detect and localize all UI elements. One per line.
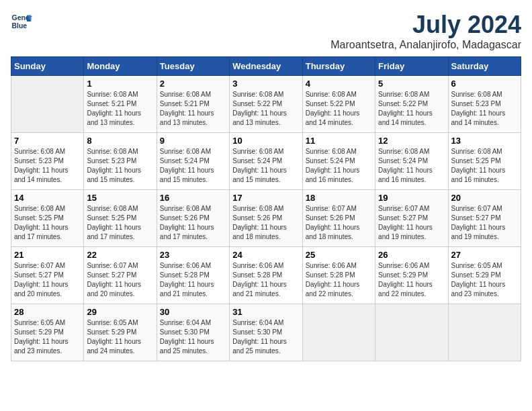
sunset-text: Sunset: 5:23 PM (87, 156, 153, 166)
sunrise-text: Sunrise: 6:08 AM (14, 204, 81, 214)
day-number: 10 (232, 136, 299, 146)
day-number: 16 (160, 193, 226, 203)
day-number: 13 (451, 136, 518, 146)
day-info: Sunrise: 6:08 AM Sunset: 5:22 PM Dayligh… (232, 90, 299, 128)
day-info: Sunrise: 6:06 AM Sunset: 5:28 PM Dayligh… (160, 261, 226, 299)
sunrise-text: Sunrise: 6:07 AM (451, 204, 518, 214)
sunrise-text: Sunrise: 6:08 AM (232, 147, 299, 156)
calendar-cell (375, 304, 448, 361)
daylight-text: Daylight: 11 hours and 14 minutes. (306, 109, 372, 128)
calendar-cell: 2 Sunrise: 6:08 AM Sunset: 5:21 PM Dayli… (157, 76, 229, 133)
sunrise-text: Sunrise: 6:08 AM (232, 204, 299, 214)
sunset-text: Sunset: 5:21 PM (87, 99, 153, 109)
sunset-text: Sunset: 5:30 PM (232, 328, 299, 337)
daylight-text: Daylight: 11 hours and 22 minutes. (378, 280, 445, 299)
sunrise-text: Sunrise: 6:04 AM (160, 318, 226, 328)
sunset-text: Sunset: 5:25 PM (87, 214, 153, 223)
day-number: 5 (378, 79, 445, 89)
day-number: 23 (160, 250, 226, 260)
sunset-text: Sunset: 5:28 PM (232, 271, 299, 280)
calendar-cell: 13 Sunrise: 6:08 AM Sunset: 5:25 PM Dayl… (448, 133, 521, 190)
day-info: Sunrise: 6:08 AM Sunset: 5:21 PM Dayligh… (160, 90, 226, 128)
sunset-text: Sunset: 5:22 PM (232, 99, 299, 109)
sunrise-text: Sunrise: 6:08 AM (87, 204, 153, 214)
sunrise-text: Sunrise: 6:06 AM (232, 261, 299, 271)
day-number: 18 (306, 193, 372, 203)
sunset-text: Sunset: 5:27 PM (87, 271, 153, 280)
calendar-cell: 23 Sunrise: 6:06 AM Sunset: 5:28 PM Dayl… (157, 247, 229, 304)
day-number: 27 (451, 250, 518, 260)
weekday-header: Wednesday (230, 57, 302, 76)
calendar-cell: 14 Sunrise: 6:08 AM Sunset: 5:25 PM Dayl… (11, 190, 84, 247)
day-info: Sunrise: 6:08 AM Sunset: 5:24 PM Dayligh… (160, 147, 226, 185)
daylight-text: Daylight: 11 hours and 14 minutes. (378, 109, 445, 128)
day-number: 9 (160, 136, 226, 146)
calendar-week-row: 7 Sunrise: 6:08 AM Sunset: 5:23 PM Dayli… (11, 133, 521, 190)
daylight-text: Daylight: 11 hours and 20 minutes. (14, 280, 81, 299)
calendar-cell: 20 Sunrise: 6:07 AM Sunset: 5:27 PM Dayl… (448, 190, 521, 247)
calendar-cell: 15 Sunrise: 6:08 AM Sunset: 5:25 PM Dayl… (84, 190, 157, 247)
day-number: 24 (232, 250, 299, 260)
day-number: 28 (14, 307, 81, 317)
calendar-cell: 10 Sunrise: 6:08 AM Sunset: 5:24 PM Dayl… (230, 133, 302, 190)
daylight-text: Daylight: 11 hours and 18 minutes. (232, 223, 299, 242)
sunrise-text: Sunrise: 6:07 AM (306, 204, 372, 214)
day-info: Sunrise: 6:07 AM Sunset: 5:26 PM Dayligh… (306, 204, 372, 242)
day-number: 6 (451, 79, 518, 89)
daylight-text: Daylight: 11 hours and 13 minutes. (160, 109, 226, 128)
daylight-text: Daylight: 11 hours and 14 minutes. (14, 166, 81, 185)
sunrise-text: Sunrise: 6:08 AM (378, 90, 445, 99)
sunrise-text: Sunrise: 6:06 AM (378, 261, 445, 271)
logo: General Blue (11, 11, 32, 32)
day-info: Sunrise: 6:04 AM Sunset: 5:30 PM Dayligh… (160, 318, 226, 356)
weekday-header: Sunday (11, 57, 84, 76)
calendar-cell: 17 Sunrise: 6:08 AM Sunset: 5:26 PM Dayl… (230, 190, 302, 247)
day-info: Sunrise: 6:05 AM Sunset: 5:29 PM Dayligh… (87, 318, 153, 356)
day-info: Sunrise: 6:08 AM Sunset: 5:24 PM Dayligh… (306, 147, 372, 185)
sunset-text: Sunset: 5:27 PM (14, 271, 81, 280)
calendar-cell: 8 Sunrise: 6:08 AM Sunset: 5:23 PM Dayli… (84, 133, 157, 190)
sunrise-text: Sunrise: 6:08 AM (306, 90, 372, 99)
calendar-week-row: 21 Sunrise: 6:07 AM Sunset: 5:27 PM Dayl… (11, 247, 521, 304)
day-info: Sunrise: 6:08 AM Sunset: 5:21 PM Dayligh… (87, 90, 153, 128)
sunset-text: Sunset: 5:21 PM (160, 99, 226, 109)
sunrise-text: Sunrise: 6:08 AM (451, 147, 518, 156)
daylight-text: Daylight: 11 hours and 13 minutes. (87, 109, 153, 128)
calendar-body: 1 Sunrise: 6:08 AM Sunset: 5:21 PM Dayli… (11, 76, 521, 361)
day-number: 26 (378, 250, 445, 260)
day-info: Sunrise: 6:06 AM Sunset: 5:28 PM Dayligh… (232, 261, 299, 299)
calendar-cell (448, 304, 521, 361)
day-info: Sunrise: 6:08 AM Sunset: 5:22 PM Dayligh… (378, 90, 445, 128)
weekday-header: Friday (375, 57, 448, 76)
day-number: 29 (87, 307, 153, 317)
sunrise-text: Sunrise: 6:04 AM (232, 318, 299, 328)
day-info: Sunrise: 6:08 AM Sunset: 5:26 PM Dayligh… (232, 204, 299, 242)
title-area: July 2024 Maroantsetra, Analanjirofo, Ma… (330, 11, 521, 51)
sunrise-text: Sunrise: 6:08 AM (160, 90, 226, 99)
month-title: July 2024 (330, 11, 521, 39)
sunset-text: Sunset: 5:24 PM (160, 156, 226, 166)
day-number: 1 (87, 79, 153, 89)
calendar-cell: 11 Sunrise: 6:08 AM Sunset: 5:24 PM Dayl… (302, 133, 375, 190)
calendar-cell: 12 Sunrise: 6:08 AM Sunset: 5:24 PM Dayl… (375, 133, 448, 190)
sunrise-text: Sunrise: 6:07 AM (378, 204, 445, 214)
calendar-cell: 27 Sunrise: 6:05 AM Sunset: 5:29 PM Dayl… (448, 247, 521, 304)
sunrise-text: Sunrise: 6:08 AM (14, 147, 81, 156)
sunset-text: Sunset: 5:25 PM (14, 214, 81, 223)
day-number: 14 (14, 193, 81, 203)
calendar-cell: 5 Sunrise: 6:08 AM Sunset: 5:22 PM Dayli… (375, 76, 448, 133)
calendar-week-row: 1 Sunrise: 6:08 AM Sunset: 5:21 PM Dayli… (11, 76, 521, 133)
day-number: 21 (14, 250, 81, 260)
calendar-cell: 26 Sunrise: 6:06 AM Sunset: 5:29 PM Dayl… (375, 247, 448, 304)
sunrise-text: Sunrise: 6:07 AM (14, 261, 81, 271)
daylight-text: Daylight: 11 hours and 24 minutes. (87, 337, 153, 356)
sunset-text: Sunset: 5:29 PM (14, 328, 81, 337)
sunset-text: Sunset: 5:25 PM (451, 156, 518, 166)
day-info: Sunrise: 6:08 AM Sunset: 5:25 PM Dayligh… (87, 204, 153, 242)
calendar-cell: 28 Sunrise: 6:05 AM Sunset: 5:29 PM Dayl… (11, 304, 84, 361)
day-info: Sunrise: 6:08 AM Sunset: 5:23 PM Dayligh… (14, 147, 81, 185)
calendar-cell (302, 304, 375, 361)
sunrise-text: Sunrise: 6:08 AM (306, 147, 372, 156)
sunrise-text: Sunrise: 6:08 AM (378, 147, 445, 156)
day-info: Sunrise: 6:08 AM Sunset: 5:25 PM Dayligh… (14, 204, 81, 242)
